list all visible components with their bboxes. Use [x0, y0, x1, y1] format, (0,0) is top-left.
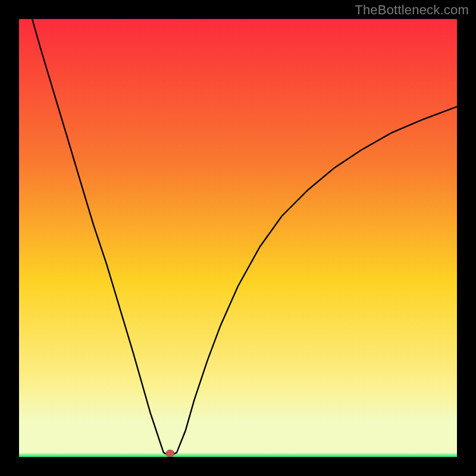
- chart-frame: TheBottleneck.com: [0, 0, 476, 476]
- plot-area: [19, 19, 457, 457]
- gradient-background: [19, 19, 457, 457]
- watermark-text: TheBottleneck.com: [355, 2, 469, 18]
- optimum-marker: [166, 450, 174, 457]
- chart-canvas: [19, 19, 457, 457]
